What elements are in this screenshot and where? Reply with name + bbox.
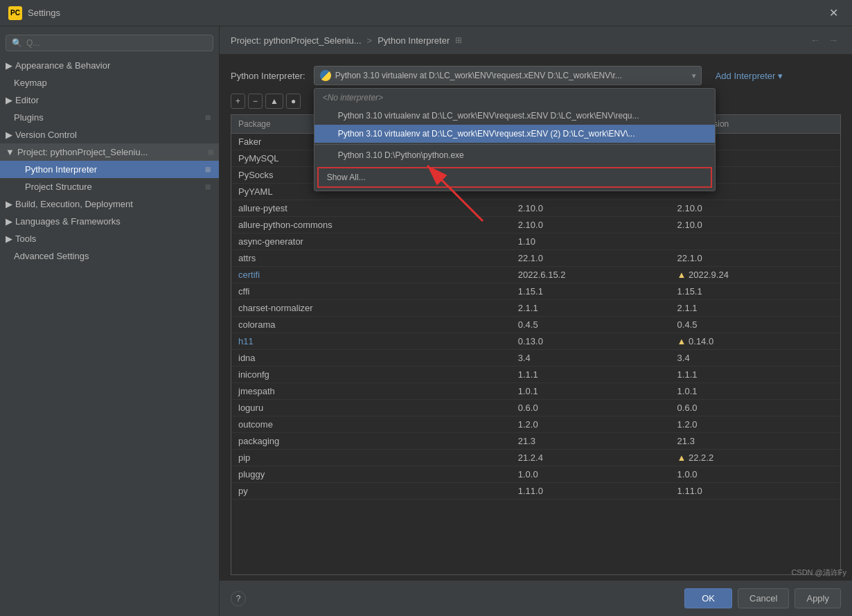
sidebar-item-keymap[interactable]: Keymap bbox=[0, 74, 219, 91]
content-main: Python Interpreter: Python 3.10 virtuale… bbox=[220, 55, 852, 580]
table-row[interactable]: pluggy1.0.01.0.0 bbox=[231, 466, 840, 483]
table-row[interactable]: outcome1.2.01.2.0 bbox=[231, 416, 840, 433]
table-row[interactable]: py1.11.01.11.0 bbox=[231, 483, 840, 500]
venv1-label: Python 3.10 virtualenv at D:\LC_work\ENV… bbox=[338, 111, 639, 121]
add-package-button[interactable]: + bbox=[231, 94, 245, 109]
nav-forward[interactable]: → bbox=[826, 33, 841, 47]
search-box[interactable]: 🔍 bbox=[6, 35, 213, 51]
package-version: 2.10.0 bbox=[511, 200, 671, 217]
package-latest: 1.15.1 bbox=[671, 283, 840, 300]
sidebar-item-tools[interactable]: ▶ Tools bbox=[0, 230, 219, 247]
package-version: 1.11.0 bbox=[511, 483, 671, 500]
venv2-label: Python 3.10 virtualenv at D:\LC_work\ENV… bbox=[338, 129, 635, 139]
package-latest: 1.0.1 bbox=[671, 383, 840, 400]
interpreter-label: Python Interpreter: bbox=[231, 71, 305, 81]
package-version: 1.0.0 bbox=[511, 466, 671, 483]
sidebar-item-plugins[interactable]: Plugins ⊞ bbox=[0, 109, 219, 126]
table-row[interactable]: pip21.2.4▲ 22.2.2 bbox=[231, 450, 840, 466]
sidebar: 🔍 ▶ Appearance & Behavior Keymap ▶ Edito… bbox=[0, 26, 220, 616]
remove-package-button[interactable]: − bbox=[248, 94, 263, 109]
table-row[interactable]: colorama0.4.50.4.5 bbox=[231, 317, 840, 333]
sidebar-item-label: Editor bbox=[15, 95, 39, 105]
dropdown-show-all[interactable]: Show All... bbox=[317, 167, 712, 188]
table-row[interactable]: attrs22.1.022.1.0 bbox=[231, 250, 840, 267]
dropdown-venv2[interactable]: Python 3.10 virtualenv at D:\LC_work\ENV… bbox=[314, 125, 715, 143]
interpreter-select-wrapper: Python 3.10 virtualenv at D:\LC_work\ENV… bbox=[314, 66, 702, 85]
package-version: 21.3 bbox=[511, 433, 671, 450]
sidebar-item-python-interpreter[interactable]: Python Interpreter ⊞ bbox=[0, 161, 219, 178]
package-version: 21.2.4 bbox=[511, 450, 671, 466]
select-dropdown-arrow: ▼ bbox=[691, 72, 698, 80]
package-latest: 1.1.1 bbox=[671, 367, 840, 383]
sidebar-item-label: Plugins bbox=[14, 112, 44, 123]
package-latest: 22.1.0 bbox=[671, 250, 840, 267]
sidebar-item-project[interactable]: ▼ Project: pythonProject_Seleniu... ⊞ bbox=[0, 143, 219, 161]
show-package-button[interactable]: ● bbox=[286, 94, 301, 109]
dropdown-no-interpreter[interactable]: <No interpreter> bbox=[314, 89, 715, 107]
project-structure-icon: ⊞ bbox=[205, 183, 211, 191]
help-button[interactable]: ? bbox=[231, 591, 246, 606]
upgrade-package-button[interactable]: ▲ bbox=[265, 94, 283, 109]
sidebar-item-label: Languages & Frameworks bbox=[15, 216, 121, 227]
interpreter-select[interactable]: Python 3.10 virtualenv at D:\LC_work\ENV… bbox=[314, 66, 702, 85]
table-row[interactable]: async-generator1.10 bbox=[231, 234, 840, 250]
package-latest: 0.6.0 bbox=[671, 400, 840, 416]
table-row[interactable]: loguru0.6.00.6.0 bbox=[231, 400, 840, 416]
expand-arrow: ▶ bbox=[6, 234, 12, 244]
table-row[interactable]: packaging21.321.3 bbox=[231, 433, 840, 450]
package-name: py bbox=[231, 483, 511, 500]
table-row[interactable]: cffi1.15.11.15.1 bbox=[231, 283, 840, 300]
ok-button[interactable]: OK bbox=[684, 588, 732, 608]
sidebar-item-label: Keymap bbox=[14, 78, 47, 88]
table-row[interactable]: jmespath1.0.11.0.1 bbox=[231, 383, 840, 400]
sidebar-item-label: Project: pythonProject_Seleniu... bbox=[17, 147, 148, 157]
add-interpreter-button[interactable]: Add Interpreter ▾ bbox=[710, 68, 788, 84]
package-name: certifi bbox=[231, 267, 511, 283]
expand-arrow: ▶ bbox=[6, 199, 12, 209]
table-row[interactable]: certifi2022.6.15.2▲ 2022.9.24 bbox=[231, 267, 840, 283]
package-name: h11 bbox=[231, 333, 511, 350]
table-row[interactable]: charset-normalizer2.1.12.1.1 bbox=[231, 300, 840, 317]
dropdown-system-python[interactable]: Python 3.10 D:\Python\python.exe bbox=[314, 146, 715, 164]
table-row[interactable]: idna3.43.4 bbox=[231, 350, 840, 367]
package-latest: 2.1.1 bbox=[671, 300, 840, 317]
package-name: pip bbox=[231, 450, 511, 466]
expand-arrow: ▶ bbox=[6, 216, 12, 227]
sidebar-item-project-structure[interactable]: Project Structure ⊞ bbox=[0, 178, 219, 195]
package-latest: ▲ 22.2.2 bbox=[671, 450, 840, 466]
breadcrumb-bar: Project: pythonProject_Seleniu... > Pyth… bbox=[220, 26, 852, 55]
package-latest: ▲ 0.14.0 bbox=[671, 333, 840, 350]
package-version: 1.15.1 bbox=[511, 283, 671, 300]
dropdown-venv1[interactable]: Python 3.10 virtualenv at D:\LC_work\ENV… bbox=[314, 107, 715, 125]
table-row[interactable]: h110.13.0▲ 0.14.0 bbox=[231, 333, 840, 350]
table-row[interactable]: allure-pytest2.10.02.10.0 bbox=[231, 200, 840, 217]
package-name: iniconfg bbox=[231, 367, 511, 383]
search-input[interactable] bbox=[26, 38, 207, 48]
package-name: jmespath bbox=[231, 383, 511, 400]
close-button[interactable]: ✕ bbox=[824, 3, 844, 22]
system-python-label: Python 3.10 D:\Python\python.exe bbox=[338, 150, 464, 160]
package-version: 2.10.0 bbox=[511, 217, 671, 234]
footer: ? OK Cancel Apply bbox=[220, 580, 852, 616]
sidebar-item-build[interactable]: ▶ Build, Execution, Deployment bbox=[0, 195, 219, 213]
cancel-button[interactable]: Cancel bbox=[738, 588, 789, 608]
sidebar-item-editor[interactable]: ▶ Editor bbox=[0, 91, 219, 109]
apply-button[interactable]: Apply bbox=[795, 588, 841, 608]
package-latest bbox=[671, 234, 840, 250]
sidebar-item-version-control[interactable]: ▶ Version Control bbox=[0, 126, 219, 143]
package-name: cffi bbox=[231, 283, 511, 300]
search-icon: 🔍 bbox=[12, 38, 22, 48]
table-row[interactable]: allure-python-commons2.10.02.10.0 bbox=[231, 217, 840, 234]
sidebar-item-label: Project Structure bbox=[25, 182, 92, 192]
package-version: 0.13.0 bbox=[511, 333, 671, 350]
sidebar-item-advanced-settings[interactable]: Advanced Settings bbox=[0, 247, 219, 265]
sidebar-item-languages[interactable]: ▶ Languages & Frameworks bbox=[0, 213, 219, 230]
table-row[interactable]: iniconfg1.1.11.1.1 bbox=[231, 367, 840, 383]
sidebar-item-appearance[interactable]: ▶ Appearance & Behavior bbox=[0, 57, 219, 74]
package-version: 3.4 bbox=[511, 350, 671, 367]
nav-back[interactable]: ← bbox=[808, 33, 823, 47]
nav-arrows: ← → bbox=[808, 33, 841, 47]
sidebar-item-label: Tools bbox=[15, 234, 36, 244]
package-version: 1.1.1 bbox=[511, 367, 671, 383]
package-version: 0.4.5 bbox=[511, 317, 671, 333]
